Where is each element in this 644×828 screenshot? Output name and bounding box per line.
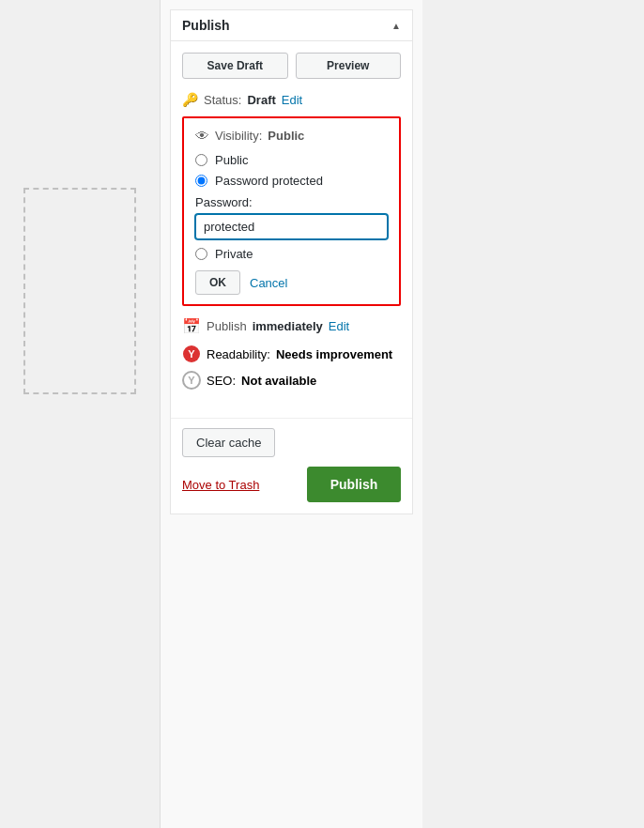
status-value: Draft xyxy=(247,93,275,107)
preview-button[interactable]: Preview xyxy=(296,53,402,79)
publish-time-row: 📅 Publish immediately Edit xyxy=(182,317,401,335)
publish-time-edit-link[interactable]: Edit xyxy=(329,319,349,333)
visibility-label: Visibility: xyxy=(215,129,262,143)
bottom-row: Move to Trash Publish xyxy=(171,467,412,514)
seo-label: SEO: xyxy=(207,374,236,388)
readability-label: Readability: xyxy=(207,347,270,361)
cancel-link[interactable]: Cancel xyxy=(250,276,287,290)
publish-time-value: immediately xyxy=(253,319,323,333)
radio-private-label: Private xyxy=(215,247,253,261)
visibility-radio-group: Public Password protected xyxy=(195,153,388,188)
radio-password-input[interactable] xyxy=(195,175,207,187)
seo-value: Not available xyxy=(241,374,316,388)
svg-text:Y: Y xyxy=(188,375,195,386)
panel-body: Save Draft Preview 🔑 Status: Draft Edit … xyxy=(171,41,412,408)
panel-title: Publish xyxy=(182,18,230,33)
radio-public[interactable]: Public xyxy=(195,153,388,167)
seo-icon: Y xyxy=(182,371,201,390)
seo-row: Y SEO: Not available xyxy=(182,371,401,390)
clear-cache-row: Clear cache xyxy=(171,428,412,467)
publish-button[interactable]: Publish xyxy=(307,467,401,502)
page-wrapper: Publish ▲ Save Draft Preview 🔑 Status: D… xyxy=(0,0,644,828)
left-panel xyxy=(0,0,160,828)
publish-time-label: Publish xyxy=(207,319,247,333)
panel-toggle-icon[interactable]: ▲ xyxy=(391,21,401,31)
radio-public-label: Public xyxy=(215,153,248,167)
divider xyxy=(171,418,412,419)
clear-cache-button[interactable]: Clear cache xyxy=(182,428,275,457)
visibility-header: 👁 Visibility: Public xyxy=(195,128,388,144)
key-icon: 🔑 xyxy=(182,92,198,107)
visibility-value: Public xyxy=(268,129,304,143)
sidebar: Publish ▲ Save Draft Preview 🔑 Status: D… xyxy=(160,0,422,828)
top-button-row: Save Draft Preview xyxy=(182,53,401,79)
ok-button[interactable]: OK xyxy=(195,270,240,295)
readability-row: Y Readability: Needs improvement xyxy=(182,345,401,363)
radio-private-group: Private xyxy=(195,247,388,261)
panel-header: Publish ▲ xyxy=(171,10,412,41)
svg-text:Y: Y xyxy=(188,348,195,360)
eye-icon: 👁 xyxy=(195,128,209,144)
move-to-trash-link[interactable]: Move to Trash xyxy=(182,478,259,492)
password-label: Password: xyxy=(195,195,388,209)
radio-password-label: Password protected xyxy=(215,174,323,188)
ok-cancel-row: OK Cancel xyxy=(195,270,388,295)
radio-private-input[interactable] xyxy=(195,248,207,260)
visibility-box: 👁 Visibility: Public Public Password pro… xyxy=(182,116,401,306)
radio-password-protected[interactable]: Password protected xyxy=(195,174,388,188)
readability-value: Needs improvement xyxy=(276,347,392,361)
status-edit-link[interactable]: Edit xyxy=(282,93,302,107)
radio-public-input[interactable] xyxy=(195,154,207,166)
readability-icon: Y xyxy=(182,345,201,363)
radio-private[interactable]: Private xyxy=(195,247,388,261)
password-section: Password: xyxy=(195,195,388,239)
publish-panel: Publish ▲ Save Draft Preview 🔑 Status: D… xyxy=(170,9,413,514)
save-draft-button[interactable]: Save Draft xyxy=(182,53,288,79)
status-row: 🔑 Status: Draft Edit xyxy=(182,92,401,107)
status-label: Status: xyxy=(204,93,241,107)
calendar-icon: 📅 xyxy=(182,317,201,335)
dashed-placeholder xyxy=(23,188,136,394)
password-input[interactable] xyxy=(195,214,388,239)
